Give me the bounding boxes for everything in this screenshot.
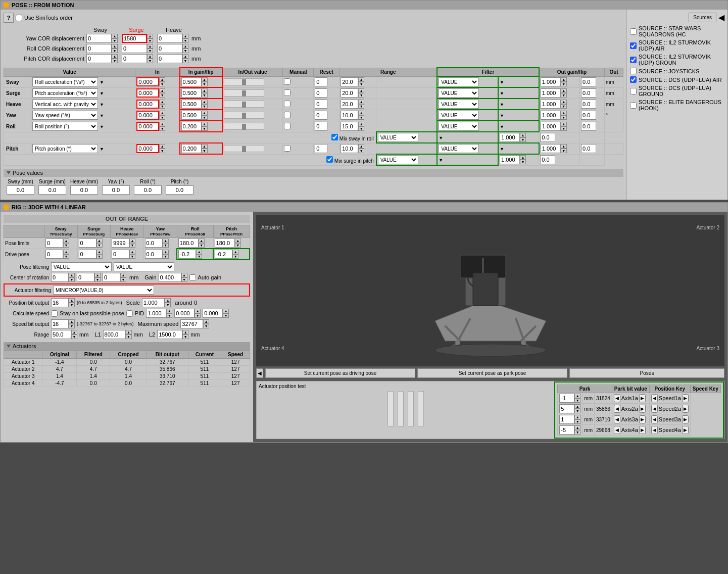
pitch-surge-up[interactable]: ▲ — [147, 54, 153, 59]
range-dn[interactable]: ▼ — [71, 334, 77, 339]
manual-cb-4[interactable] — [284, 123, 290, 129]
og-dn-0[interactable]: ▼ — [561, 82, 567, 86]
source-cb-4[interactable] — [630, 76, 637, 83]
pk-left-1[interactable]: ◀ — [614, 405, 620, 413]
in-up-2[interactable]: ▲ — [159, 100, 165, 104]
in-input-1[interactable] — [136, 88, 159, 98]
source-cb-3[interactable] — [630, 68, 637, 74]
filter-arrow-2[interactable]: ▼ — [498, 99, 539, 110]
actuators-triangle[interactable] — [7, 345, 11, 348]
range-dn-4[interactable]: ▼ — [358, 126, 364, 131]
filter-select-4[interactable]: VALUE — [439, 122, 479, 131]
slider-1[interactable] — [387, 391, 394, 426]
in-dn-0[interactable]: ▼ — [159, 82, 165, 86]
pl-surge-dn[interactable]: ▼ — [96, 243, 103, 248]
l2-dn[interactable]: ▼ — [182, 334, 188, 339]
roll-heave-input[interactable]: ▲▼ — [157, 44, 188, 53]
park-input-3[interactable] — [559, 425, 574, 435]
roll-heave-up[interactable]: ▲ — [182, 44, 188, 49]
in-gain-input-3[interactable] — [181, 111, 202, 120]
in-up-4[interactable]: ▲ — [159, 122, 165, 126]
pl-surge-up[interactable]: ▲ — [96, 238, 103, 243]
cor-y-up[interactable]: ▲ — [94, 273, 101, 277]
pl-heave-dn[interactable]: ▼ — [129, 243, 135, 248]
stay-checkbox[interactable] — [126, 310, 133, 317]
pk-left-2[interactable]: ◀ — [614, 415, 620, 423]
in-up-3[interactable]: ▲ — [159, 111, 165, 115]
dp-roll[interactable] — [178, 250, 196, 259]
out-gain-input-1[interactable] — [541, 88, 561, 98]
inout-slider-3[interactable] — [224, 112, 264, 119]
ig-dn-1[interactable]: ▼ — [202, 93, 208, 98]
og-dn-5[interactable]: ▼ — [561, 149, 567, 153]
ig-up-4[interactable]: ▲ — [202, 122, 208, 126]
filter-select-2[interactable]: VALUE — [439, 100, 479, 109]
value-dropdown-5[interactable]: ▼ — [100, 147, 104, 152]
roll-surge-field[interactable] — [122, 44, 147, 53]
cor-x[interactable] — [51, 273, 69, 282]
nav-left-btn[interactable]: ◀ — [256, 368, 263, 378]
range-input-1[interactable] — [341, 88, 358, 98]
out-gain-input-3[interactable] — [541, 111, 561, 120]
pl-sway-up[interactable]: ▲ — [63, 238, 69, 243]
actuator-filter-select[interactable]: MINCROP(VALUE,0) — [53, 285, 154, 295]
pitch-surge-field[interactable] — [122, 54, 147, 63]
range-input-5[interactable] — [341, 144, 358, 153]
out-gain-input-5[interactable] — [541, 144, 561, 153]
park-input-2[interactable] — [559, 415, 574, 424]
pb-dn[interactable]: ▼ — [69, 303, 75, 307]
value-dropdown-1[interactable]: ▼ — [100, 91, 104, 96]
filter-arrow-1[interactable]: ▼ — [498, 87, 539, 99]
out-gain-input-0[interactable] — [541, 77, 561, 86]
pose-val-input-0[interactable] — [7, 185, 34, 195]
ms-up[interactable]: ▲ — [203, 319, 209, 324]
pid-i[interactable] — [174, 309, 195, 318]
value-dropdown-4[interactable]: ▼ — [100, 124, 104, 129]
dp-heave[interactable] — [112, 250, 129, 259]
in-input-0[interactable] — [136, 77, 159, 86]
scale-up[interactable]: ▲ — [165, 298, 171, 303]
yaw-sway-down[interactable]: ▼ — [112, 38, 118, 43]
pk-left-0[interactable]: ◀ — [614, 394, 620, 402]
yaw-heave-up[interactable]: ▲ — [182, 34, 188, 38]
source-cb-5[interactable] — [630, 88, 637, 94]
source-cb-2[interactable] — [630, 57, 637, 63]
pk-right-3[interactable]: ▶ — [639, 426, 646, 434]
dp-yaw[interactable] — [145, 250, 163, 259]
roll-sway-up[interactable]: ▲ — [112, 44, 118, 49]
cor-x-up[interactable]: ▲ — [69, 273, 75, 277]
value-dropdown-2[interactable]: ▼ — [100, 102, 104, 107]
range-input-0[interactable] — [341, 77, 358, 86]
roll-surge-input[interactable]: ▲▼ — [122, 44, 153, 53]
pb-up[interactable]: ▲ — [69, 298, 75, 303]
park-input-1[interactable] — [559, 404, 574, 413]
ig-up-1[interactable]: ▲ — [202, 88, 208, 93]
out-gain-input-4[interactable] — [541, 122, 561, 131]
dp-surge-up[interactable]: ▲ — [96, 250, 103, 254]
yaw-surge-up[interactable]: ▲ — [147, 34, 153, 38]
sk-right-1[interactable]: ▶ — [682, 405, 689, 413]
l1-input[interactable] — [103, 330, 126, 339]
range-up[interactable]: ▲ — [71, 330, 77, 334]
dp-roll-up[interactable]: ▲ — [196, 250, 202, 254]
range-input-3[interactable] — [341, 111, 358, 120]
out-input-3[interactable] — [581, 111, 596, 120]
in-gain-input-5[interactable] — [181, 144, 202, 153]
pose-val-input-4[interactable] — [134, 185, 162, 195]
gain-up[interactable]: ▲ — [181, 273, 187, 277]
park-val-input-2[interactable]: ▲▼ — [558, 414, 583, 425]
dp-pitch-dn[interactable]: ▼ — [232, 254, 238, 259]
ig-dn-0[interactable]: ▼ — [202, 82, 208, 86]
out-input-2[interactable] — [581, 100, 596, 109]
dp-sway-up[interactable]: ▲ — [63, 250, 69, 254]
yaw-heave-down[interactable]: ▼ — [182, 38, 188, 43]
ig-dn-4[interactable]: ▼ — [202, 126, 208, 131]
extra-out-input-4[interactable] — [540, 133, 555, 142]
park-input-0[interactable] — [559, 394, 574, 403]
pid-i-dn[interactable]: ▼ — [195, 313, 201, 318]
in-gain-input-2[interactable] — [181, 100, 202, 109]
pl-pitch-dn[interactable]: ▼ — [235, 243, 241, 248]
value-select-0[interactable]: Roll acceleration (°/s²) — [32, 77, 98, 86]
cor-z-up[interactable]: ▲ — [120, 273, 126, 277]
range-dn-0[interactable]: ▼ — [358, 82, 364, 86]
